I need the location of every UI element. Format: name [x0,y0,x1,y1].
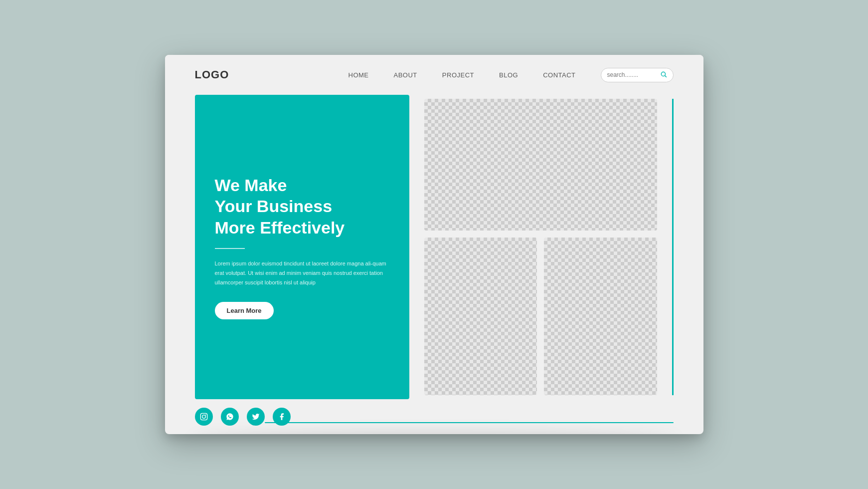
footer-line [265,422,674,423]
nav-links: HOME ABOUT PROJECT BLOG CONTACT [348,70,576,79]
svg-rect-2 [200,413,207,420]
svg-point-4 [205,415,206,416]
nav-home[interactable]: HOME [348,71,369,79]
svg-line-1 [665,75,666,77]
navbar: LOGO HOME ABOUT PROJECT BLOG CONTACT [165,55,703,95]
hero-title: We Make Your Business More Effectively [215,175,389,239]
nav-contact[interactable]: CONTACT [543,71,575,79]
twitter-icon[interactable] [247,408,265,426]
footer-bar [165,399,703,434]
hero-divider [215,248,245,249]
search-input[interactable] [607,71,657,78]
image-top [424,99,657,231]
main-content: We Make Your Business More Effectively L… [165,95,703,399]
svg-point-0 [661,72,665,76]
image-bottom-row [424,238,657,395]
svg-point-3 [202,415,205,419]
search-box[interactable] [601,68,674,82]
image-grid [424,95,657,399]
logo: LOGO [195,68,229,81]
right-accent-line [672,99,674,395]
image-bottom-right [544,238,657,395]
search-icon [660,71,667,79]
learn-more-button[interactable]: Learn More [215,302,274,319]
image-bottom-left [424,238,537,395]
instagram-icon[interactable] [195,408,213,426]
hero-panel: We Make Your Business More Effectively L… [195,95,409,399]
nav-about[interactable]: ABOUT [394,71,417,79]
whatsapp-icon[interactable] [221,408,239,426]
nav-blog[interactable]: BLOG [499,71,518,79]
hero-description: Lorem ipsum dolor euismod tincidunt ut l… [215,259,389,287]
nav-project[interactable]: PROJECT [442,71,474,79]
website-mockup: LOGO HOME ABOUT PROJECT BLOG CONTACT We … [165,55,703,434]
